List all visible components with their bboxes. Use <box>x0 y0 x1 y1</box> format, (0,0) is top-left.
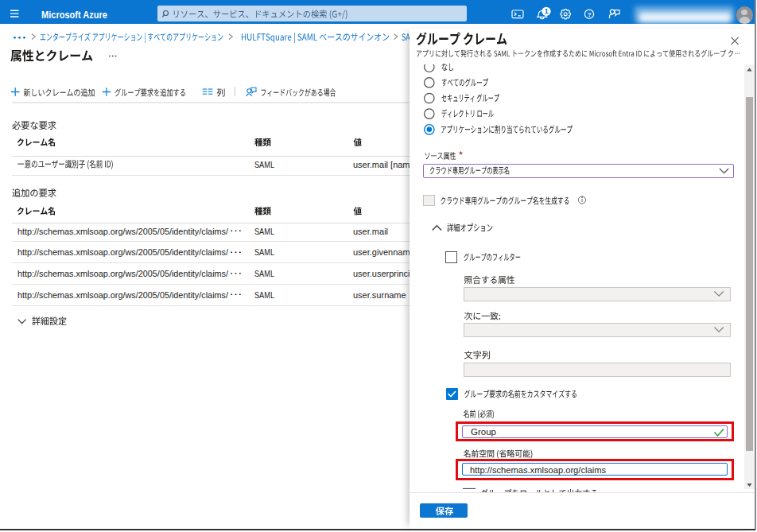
svg-text:Group: Group <box>471 427 496 437</box>
svg-text:http://schemas.xmlsoap.org/cla: http://schemas.xmlsoap.org/claims <box>470 465 606 475</box>
